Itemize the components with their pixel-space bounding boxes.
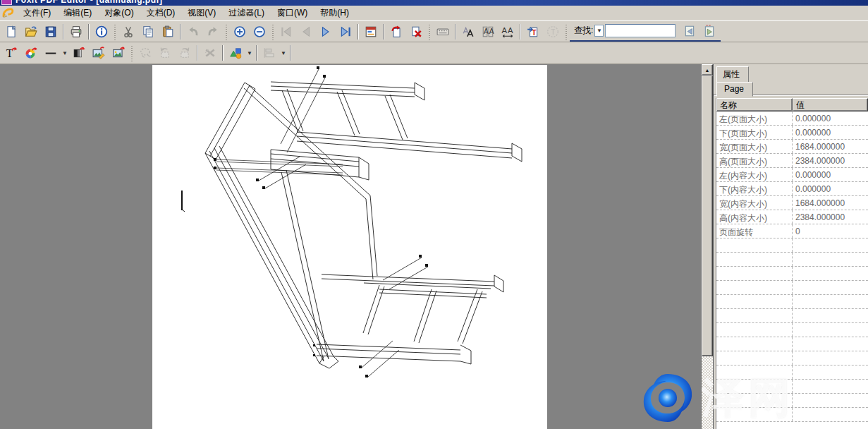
toolbar-button-undo[interactable] [184,23,202,40]
toolbar-drag-handle[interactable] [271,23,274,40]
toolbar-button-align-objects[interactable] [260,44,279,62]
menu-item-7[interactable]: 窗口(W) [271,6,314,20]
insert-text-icon: T [527,25,539,38]
empty-property-row [716,408,868,422]
property-value[interactable]: 0.000000 [793,111,868,125]
property-row[interactable]: 高(页面大小)2384.000000 [716,154,868,168]
property-value[interactable]: 0 [793,224,868,238]
toolbar-button-last-page[interactable] [336,23,355,40]
add-color-icon [25,47,37,59]
toolbar-button-first-page[interactable] [277,23,295,40]
menu-item-8[interactable]: 帮助(H) [314,6,355,20]
toolbar-button-add-text[interactable]: T [2,44,20,62]
pdf-page[interactable] [152,65,547,429]
toolbar-button-text-orientation[interactable]: T [544,23,562,40]
toolbar-drag-handle[interactable] [225,23,228,40]
toolbar-dropdown-arrow[interactable]: ▼ [279,44,288,62]
toolbar-button-zoom-in[interactable] [231,23,249,40]
toolbar-button-lasso-edit[interactable] [136,44,154,62]
tab-page[interactable]: Page [716,82,753,97]
property-name: 高(页面大小) [716,154,793,167]
find-options-dropdown[interactable]: ▼ [594,25,604,37]
copy-icon [142,25,154,38]
toolbar-button-rotate-selection-cw[interactable] [176,44,194,62]
next-page-icon [319,25,332,38]
toolbar-button-edit-image[interactable] [90,44,108,62]
document-canvas[interactable] [0,64,701,429]
property-row[interactable]: 宽(内容大小)1684.000000 [716,196,868,210]
toolbar-button-new-document[interactable] [2,23,20,40]
toolbar-button-insert-shapes[interactable] [226,44,245,62]
toolbar-drag-handle[interactable] [114,23,116,40]
toolbar-drag-handle[interactable] [565,23,568,40]
toolbar-button-delete-object[interactable] [201,44,219,62]
toolbar-button-replace-font[interactable] [459,23,477,40]
toolbar-button-save[interactable] [42,23,60,40]
edit-image-icon [92,47,105,59]
toolbar-dropdown-arrow[interactable]: ▼ [245,44,254,62]
toolbar-button-keyboard[interactable] [434,23,452,40]
toolbar-button-char-spacing[interactable]: AA [479,23,497,40]
menu-item-4[interactable]: 文档(D) [140,6,182,20]
toolbar-button-find-previous[interactable] [680,22,699,40]
toolbar-button-add-color[interactable] [22,44,40,62]
toolbar-button-insert-text[interactable]: T [524,23,542,40]
vertical-scrollbar[interactable]: ▲ [701,64,713,429]
scroll-up-button[interactable]: ▲ [702,64,713,75]
toolbar-button-add-shading[interactable] [70,44,88,62]
toolbar-button-add-image[interactable] [109,44,128,62]
toolbar-button-open-file[interactable] [22,23,40,40]
property-value[interactable]: 2384.000000 [793,210,868,224]
property-row[interactable]: 页面旋转0 [716,224,868,238]
toolbar-button-print[interactable] [67,23,85,40]
property-value[interactable]: 0.000000 [793,126,868,139]
property-value[interactable]: 2384.000000 [793,154,868,167]
toolbar-button-zoom-out[interactable] [250,23,269,40]
toolbar-button-previous-page[interactable] [297,23,315,40]
menu-item-2[interactable]: 编辑(E) [57,6,98,20]
menu-item-1[interactable]: 文件(F) [17,6,57,20]
toolbar-button-delete-page[interactable] [407,23,425,40]
property-value[interactable]: 0.000000 [793,182,868,195]
property-value[interactable]: 1684.000000 [793,140,868,153]
toolbar-button-scale-text[interactable]: AA [499,23,517,40]
toolbar-button-redo[interactable] [204,23,222,40]
toolbar-button-cut[interactable] [119,23,137,40]
document-icon[interactable] [2,7,14,19]
toolbar-drag-handle[interactable] [130,44,133,61]
menu-item-5[interactable]: 视图(V) [181,6,222,20]
bottom-ladder-frame [317,274,503,364]
toolbar-separator [256,45,257,61]
property-row[interactable]: 下(内容大小)0.000000 [716,182,868,196]
property-row[interactable]: 下(页面大小)0.000000 [716,126,868,140]
scrollbar-thumb[interactable] [702,75,713,356]
property-row[interactable]: 左(页面大小)0.000000 [716,111,868,126]
toolbar-button-rotate-page[interactable] [387,23,405,40]
property-value[interactable]: 1684.000000 [793,196,868,210]
toolbar-separator [357,24,359,40]
property-value[interactable]: 0.000000 [793,168,868,181]
menu-item-3[interactable]: 对象(O) [98,6,140,20]
menu-item-6[interactable]: 过滤器(L) [222,6,271,20]
property-row[interactable]: 宽(页面大小)1684.000000 [716,140,868,154]
column-header-name[interactable]: 名称 [716,98,793,111]
property-row[interactable]: 左(内容大小)0.000000 [716,168,868,182]
toolbar-button-paste[interactable] [159,23,177,40]
toolbar-button-next-page[interactable] [317,23,335,40]
column-header-value[interactable]: 值 [793,98,868,111]
toolbar-dropdown-arrow[interactable]: ▼ [61,44,69,62]
toolbar-button-info[interactable] [92,23,111,40]
property-row[interactable]: 高(内容大小)2384.000000 [716,210,868,224]
toolbar-button-line-style[interactable] [42,44,60,62]
find-input[interactable] [605,24,676,37]
top-ladder-frame [271,82,522,162]
delete-object-icon [204,47,216,59]
title-bar[interactable]: Foxit PDF Editor - [danhuang.pdf] [0,0,868,6]
toolbar-button-form-editor[interactable] [362,23,380,40]
toolbar-button-rotate-selection-ccw[interactable] [156,44,174,62]
property-name: 高(内容大小) [716,210,793,224]
toolbar-drag-handle[interactable] [428,23,431,40]
toolbar-button-copy[interactable] [139,23,157,40]
toolbar-button-find-next[interactable] [700,22,719,40]
print-icon [70,25,82,38]
